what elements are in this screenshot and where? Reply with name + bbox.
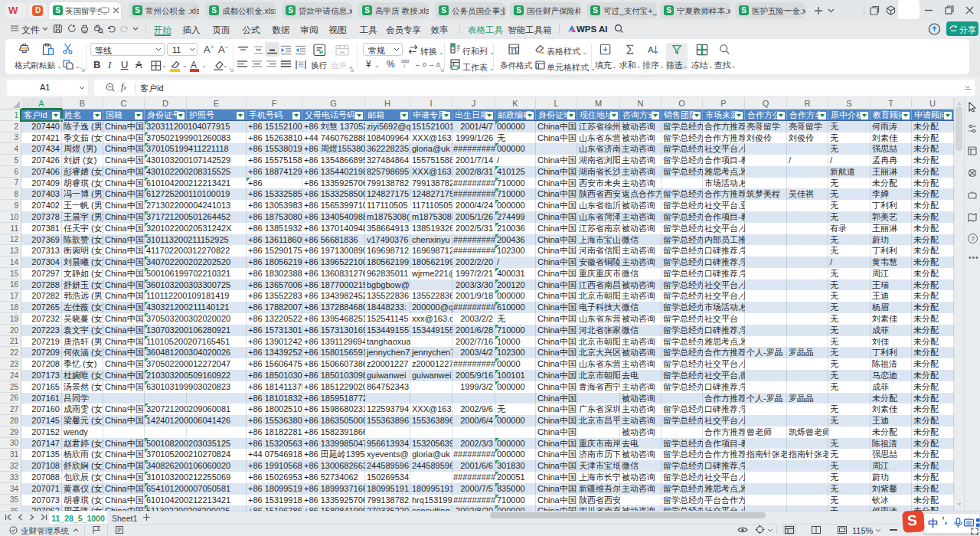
svg-text:A: A — [648, 45, 654, 54]
